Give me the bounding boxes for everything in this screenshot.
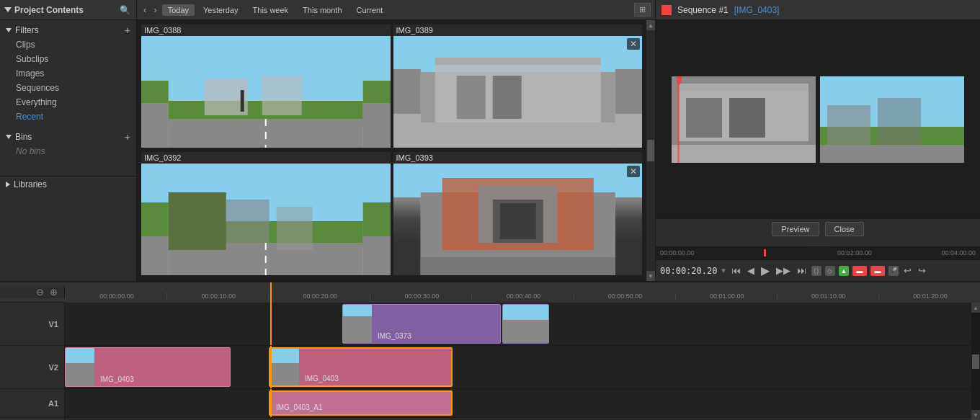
- transport-play[interactable]: ▶: [759, 263, 772, 278]
- no-bins-label: No bins: [0, 144, 136, 158]
- scroll-up-button[interactable]: ▲: [646, 20, 655, 30]
- libraries-section[interactable]: Libraries: [0, 176, 136, 192]
- clip-label-v2a: IMG_0403: [97, 374, 137, 385]
- transport-icon-3[interactable]: ▲: [839, 266, 849, 276]
- tab-today[interactable]: Today: [162, 4, 195, 16]
- zoom-out-button[interactable]: ⊖: [34, 286, 46, 298]
- transport-icon-5[interactable]: ▬: [870, 266, 885, 276]
- filters-header[interactable]: Filters +: [0, 23, 136, 37]
- svg-rect-39: [827, 105, 870, 145]
- filter-everything[interactable]: Everything: [0, 95, 136, 110]
- bins-text: Bins: [15, 132, 32, 142]
- collapse-icon: [4, 7, 12, 12]
- track-labels: V1 V2 A1: [0, 303, 65, 420]
- svg-rect-17: [169, 192, 226, 250]
- transport-skip-start[interactable]: ⏮: [729, 264, 743, 277]
- transport-next-frame[interactable]: ▶▶: [774, 264, 793, 277]
- svg-rect-32: [729, 98, 765, 138]
- svg-rect-18: [226, 200, 270, 250]
- preview-button[interactable]: Preview: [772, 222, 819, 236]
- tab-this-month[interactable]: This month: [297, 4, 347, 16]
- svg-rect-34: [677, 76, 680, 163]
- bins-header[interactable]: Bins +: [0, 130, 136, 144]
- media-thumb-389: ✕: [393, 36, 643, 148]
- track-v2: IMG_0403 IMG_0403: [65, 346, 971, 389]
- media-toolbar: ‹ › Today Yesterday This week This month…: [137, 0, 655, 20]
- nav-back-button[interactable]: ‹: [141, 4, 148, 16]
- media-grid: IMG_0388: [137, 20, 646, 281]
- libraries-label: Libraries: [6, 179, 130, 189]
- transport-icon-4[interactable]: ▬: [852, 266, 867, 276]
- transport-undo[interactable]: ↩: [901, 264, 914, 277]
- close-389-button[interactable]: ✕: [627, 38, 640, 50]
- media-item-393[interactable]: IMG_0393 ✕: [393, 152, 643, 277]
- ruler-marks-row: 00:00:00.00 00:00:10.00 00:00:20.00 00:0…: [65, 292, 980, 301]
- svg-rect-13: [420, 122, 615, 148]
- clip-label-a1: IMG_0403_A1: [273, 402, 326, 413]
- ruler-4: 00:00:40.00: [471, 292, 573, 300]
- track-label-v2: V2: [0, 346, 64, 389]
- timeline-scroll-down[interactable]: ▼: [971, 410, 980, 420]
- filter-images[interactable]: Images: [0, 66, 136, 81]
- ruler-8: 00:01:20.00: [878, 292, 980, 300]
- transport-icon-1[interactable]: ⟨⟩: [811, 266, 821, 276]
- clip-v1-img0373b[interactable]: [502, 304, 549, 344]
- project-title: Project Contents: [4, 5, 84, 15]
- media-label-393: IMG_0393: [393, 152, 643, 164]
- ruler-mark-1: 00:00:00.00: [660, 249, 695, 256]
- clip-v2-img0403b[interactable]: IMG_0403: [269, 347, 453, 387]
- close-preview-button[interactable]: Close: [825, 222, 864, 236]
- grid-view-button[interactable]: ⊞: [634, 3, 651, 17]
- nav-forward-button[interactable]: ›: [151, 4, 159, 16]
- svg-rect-26: [499, 203, 535, 239]
- right-panel: Sequence #1 [IMG_0403]: [656, 0, 980, 281]
- filters-section: Filters + Clips Subclips Images Sequence…: [0, 20, 136, 127]
- ruler-mark-2: 00:02:00.00: [837, 249, 872, 256]
- clip-a1-img0403[interactable]: IMG_0403_A1: [269, 390, 453, 416]
- svg-rect-4: [262, 76, 302, 115]
- transport-prev-frame[interactable]: ◀: [745, 264, 757, 277]
- close-393-button[interactable]: ✕: [627, 166, 640, 177]
- clip-v1-img0373[interactable]: IMG_0373: [342, 304, 501, 344]
- project-contents-header: Project Contents 🔍: [0, 0, 136, 20]
- transport-icon-2[interactable]: ◇: [825, 266, 835, 276]
- sequence-bracket: [IMG_0403]: [734, 5, 780, 15]
- media-item-389[interactable]: IMG_0389 ✕: [393, 24, 643, 149]
- bins-collapse-icon: [6, 135, 12, 139]
- media-thumb-388: [141, 36, 391, 148]
- clip-label-v2b: IMG_0403: [302, 373, 342, 384]
- timeline-scrollbar-v[interactable]: ▲ ▼: [971, 303, 980, 420]
- sequence-title: Sequence #1: [677, 5, 729, 15]
- preview-area: [656, 20, 980, 218]
- tab-this-week[interactable]: This week: [247, 4, 295, 16]
- tab-yesterday[interactable]: Yesterday: [197, 4, 244, 16]
- add-bin-button[interactable]: +: [125, 132, 130, 142]
- tab-current[interactable]: Current: [351, 4, 389, 16]
- transport-skip-end[interactable]: ⏭: [795, 264, 808, 277]
- media-item-392[interactable]: IMG_0392: [141, 152, 391, 277]
- sequence-header: Sequence #1 [IMG_0403]: [656, 0, 980, 20]
- scroll-down-button[interactable]: ▼: [646, 271, 655, 281]
- svg-rect-12: [492, 76, 521, 119]
- clip-thumb-v2a: [66, 348, 94, 386]
- add-filter-button[interactable]: +: [125, 25, 130, 35]
- svg-rect-30: [679, 84, 808, 91]
- zoom-in-button[interactable]: ⊕: [48, 286, 60, 298]
- search-button[interactable]: 🔍: [118, 4, 132, 17]
- filter-sequences[interactable]: Sequences: [0, 81, 136, 95]
- filter-clips[interactable]: Clips: [0, 37, 136, 52]
- center-scrollbar[interactable]: ▲ ▼: [646, 20, 655, 281]
- libraries-expand-icon: [6, 182, 10, 187]
- transport-redo[interactable]: ↪: [916, 264, 928, 277]
- filter-recent[interactable]: Recent: [0, 110, 136, 124]
- zoom-buttons: ⊖ ⊕: [34, 286, 60, 298]
- filter-subclips[interactable]: Subclips: [0, 52, 136, 66]
- clip-v2-img0403a[interactable]: IMG_0403: [65, 347, 231, 387]
- timeline-scroll-up[interactable]: ▲: [971, 303, 980, 313]
- media-item-388[interactable]: IMG_0388: [141, 24, 391, 149]
- ruler-6: 00:01:00.00: [675, 292, 777, 300]
- timecode-dropdown[interactable]: ▼: [720, 267, 727, 274]
- ruler-3: 00:00:30.00: [370, 292, 471, 300]
- transport-icon-mic[interactable]: 🎤: [888, 266, 899, 276]
- timeline-scroll-thumb: [972, 354, 979, 369]
